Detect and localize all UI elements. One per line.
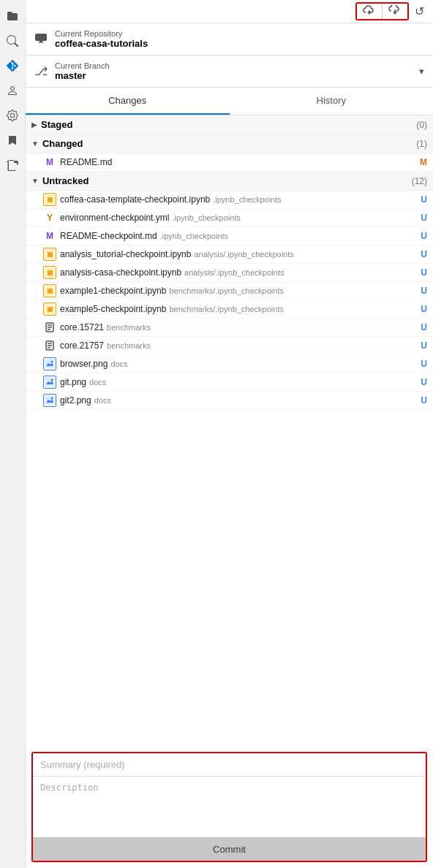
sidebar — [0, 0, 26, 868]
file-name: example5-checkpoint.ipynb — [60, 304, 166, 314]
pull-button[interactable] — [383, 4, 407, 19]
push-button[interactable] — [357, 4, 383, 19]
list-item[interactable]: ▣ analysis-casa-checkpoint.ipynb analysi… — [26, 264, 433, 282]
tab-changes[interactable]: Changes — [26, 88, 230, 115]
file-status: U — [421, 267, 427, 278]
file-name: README-checkpoint.md — [60, 231, 157, 241]
svg-rect-10 — [45, 359, 54, 368]
sidebar-icon-layers[interactable] — [2, 130, 23, 151]
list-item[interactable]: Y environment-checkpoint.yml .ipynb_chec… — [26, 209, 433, 227]
svg-point-11 — [51, 361, 53, 363]
untracked-count: (12) — [412, 176, 427, 186]
description-input[interactable] — [33, 777, 426, 835]
refresh-button[interactable]: ↺ — [412, 3, 427, 20]
branch-selector[interactable]: Current Branch master ▾ — [55, 61, 424, 81]
list-item[interactable]: M README.md M — [26, 153, 433, 172]
list-item[interactable]: ▣ coffea-casa-template-checkpoint.ipynb … — [26, 191, 433, 209]
staged-count: (0) — [416, 120, 427, 130]
file-path: benchmarks — [107, 323, 151, 332]
list-item[interactable]: core.15721 benchmarks U — [26, 319, 433, 337]
monitor-icon — [34, 32, 48, 47]
changed-count: (1) — [416, 139, 427, 149]
file-name: core.15721 — [60, 322, 104, 332]
branch-info: Current Branch master — [55, 61, 110, 81]
file-name: environment-checkpoint.yml — [60, 213, 169, 223]
branch-name: master — [55, 70, 110, 81]
file-name: README.md — [60, 157, 112, 167]
file-path: docs — [110, 359, 127, 368]
file-type-icon — [43, 394, 56, 407]
file-type-icon: M — [43, 156, 56, 169]
file-name: git2.png — [60, 395, 91, 406]
list-item[interactable]: git2.png docs U — [26, 392, 433, 410]
file-type-icon — [43, 321, 56, 334]
file-status: U — [421, 304, 427, 314]
list-item[interactable]: core.21757 benchmarks U — [26, 337, 433, 355]
changed-chevron: ▼ — [31, 140, 39, 148]
staged-section-header[interactable]: ▶ Staged (0) — [26, 115, 433, 134]
file-name: git.png — [60, 377, 86, 387]
sidebar-icon-folder[interactable] — [2, 6, 23, 26]
file-status: U — [421, 395, 427, 406]
file-type-icon: ▣ — [43, 302, 56, 316]
file-status: U — [421, 322, 427, 332]
file-path: analysis/.ipynb_checkpoints — [184, 268, 284, 277]
file-status: M — [420, 157, 427, 167]
file-path: docs — [94, 396, 111, 405]
file-type-icon: Y — [43, 211, 56, 224]
svg-rect-14 — [45, 396, 54, 405]
file-type-icon: ▣ — [43, 248, 56, 261]
list-item[interactable]: ▣ example1-checkpoint.ipynb benchmarks/.… — [26, 282, 433, 300]
branch-section: ⎇ Current Branch master ▾ — [26, 56, 433, 88]
file-type-icon: ▣ — [43, 193, 56, 206]
file-status: U — [421, 377, 427, 387]
file-type-icon: M — [43, 229, 56, 243]
file-status: U — [421, 249, 427, 259]
sidebar-icon-user[interactable] — [2, 80, 23, 101]
summary-input[interactable] — [33, 753, 426, 777]
tabs: Changes History — [26, 88, 433, 115]
file-path: docs — [89, 378, 106, 387]
list-item[interactable]: ▣ analysis_tutorial-checkpoint.ipynb ana… — [26, 245, 433, 264]
file-status: U — [421, 340, 427, 351]
staged-chevron: ▶ — [31, 121, 37, 129]
sidebar-icon-gear[interactable] — [2, 105, 23, 126]
svg-point-13 — [51, 379, 53, 381]
file-path: benchmarks/.ipynb_checkpoints — [169, 305, 284, 313]
untracked-section-header[interactable]: ▼ Untracked (12) — [26, 172, 433, 191]
file-path: benchmarks/.ipynb_checkpoints — [169, 286, 284, 295]
file-type-icon: ▣ — [43, 266, 56, 279]
file-status: U — [421, 194, 427, 205]
file-status: U — [421, 359, 427, 369]
tab-history[interactable]: History — [230, 88, 434, 115]
file-path: analysis/.ipynb_checkpoints — [194, 250, 293, 259]
commit-button[interactable]: Commit — [33, 837, 426, 861]
file-name: browser.png — [60, 359, 108, 369]
list-item[interactable]: M README-checkpoint.md .ipynb_checkpoint… — [26, 227, 433, 245]
file-name: core.21757 — [60, 340, 104, 351]
staged-title: Staged — [41, 119, 416, 130]
file-type-icon — [43, 357, 56, 370]
main-panel: ↺ Current Repository coffea-casa-tutoria… — [26, 0, 433, 868]
branch-label: Current Branch — [55, 61, 110, 70]
file-name: analysis_tutorial-checkpoint.ipynb — [60, 249, 191, 259]
changed-section-header[interactable]: ▼ Changed (1) — [26, 134, 433, 153]
list-item[interactable]: git.png docs U — [26, 373, 433, 392]
file-path: .ipynb_checkpoints — [160, 232, 229, 240]
repo-section: Current Repository coffea-casa-tutorials — [26, 23, 433, 56]
top-toolbar: ↺ — [26, 0, 433, 23]
changed-title: Changed — [42, 138, 416, 149]
sidebar-icon-search[interactable] — [2, 31, 23, 51]
file-path: benchmarks — [107, 341, 151, 350]
file-type-icon — [43, 339, 56, 352]
svg-point-15 — [51, 397, 53, 400]
sidebar-icon-git[interactable] — [2, 56, 23, 76]
list-item[interactable]: browser.png docs U — [26, 355, 433, 373]
sidebar-icon-puzzle[interactable] — [2, 155, 23, 175]
repo-label: Current Repository — [55, 29, 148, 38]
branch-dropdown-icon: ▾ — [419, 66, 424, 77]
file-name: example1-checkpoint.ipynb — [60, 286, 166, 296]
untracked-title: Untracked — [42, 175, 412, 186]
list-item[interactable]: ▣ example5-checkpoint.ipynb benchmarks/.… — [26, 300, 433, 319]
file-name: analysis-casa-checkpoint.ipynb — [60, 267, 181, 278]
